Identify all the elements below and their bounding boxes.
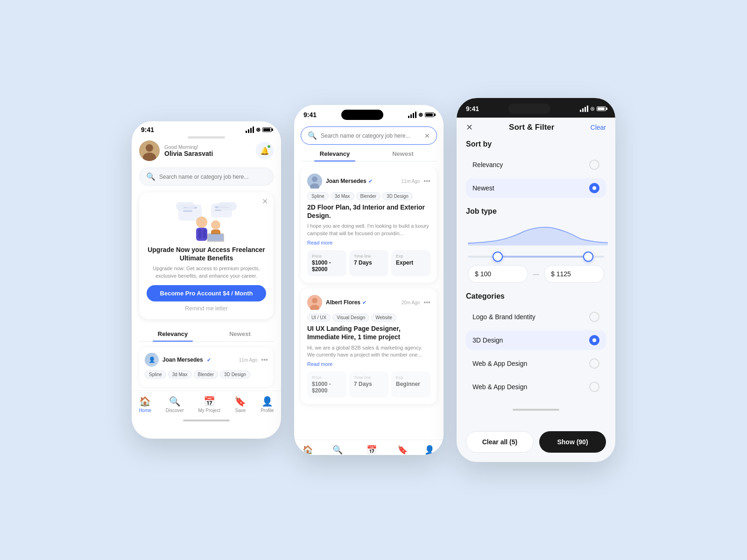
sort-relevancy-option[interactable]: Relevancy <box>466 155 606 175</box>
stat-exp-1: Exp Expert <box>391 250 430 276</box>
job-type-title: Job type <box>466 207 606 216</box>
job-type-section: Job type $ 100 <box>466 207 606 283</box>
battery-icon-2 <box>425 112 434 117</box>
p3-header: ✕ Sort & Filter Clear <box>466 118 606 140</box>
avatar-image <box>139 140 160 161</box>
tag-spline: Spline <box>145 371 166 378</box>
stat-price-1: Price $1000 - $2000 <box>307 250 346 276</box>
slider-handle-right[interactable] <box>583 252 593 262</box>
notification-button[interactable]: 🔔 <box>256 142 274 160</box>
search-icon: 🔍 <box>146 172 155 181</box>
search-bar-1[interactable]: 🔍 <box>139 168 274 186</box>
p3-content: ✕ Sort & Filter Clear Sort by Relevancy … <box>457 118 615 406</box>
wifi-icon-2: ⊛ <box>418 112 423 118</box>
range-slider[interactable]: $ 100 — $ 1125 <box>466 222 606 283</box>
range-min-input[interactable]: $ 100 <box>468 265 528 283</box>
job-title-2: UI UX Landing Page Designer, Immediate H… <box>307 324 430 341</box>
cat-webapp2[interactable]: Web & App Design <box>466 377 606 397</box>
job-username: Joan Mersedes <box>162 357 203 363</box>
p1-header: Good Morning! Olivia Sarasvati 🔔 <box>139 140 274 161</box>
range-max-input[interactable]: $ 1125 <box>544 265 604 283</box>
tab-newest-2[interactable]: Newest <box>369 147 437 161</box>
cat-logo-radio <box>589 312 599 322</box>
slider-track <box>468 256 604 258</box>
discover-icon: 🔍 <box>169 396 181 407</box>
tag-3dmax: 3d Max <box>168 371 192 378</box>
status-time-3: 9:41 <box>466 105 479 112</box>
status-bar-2: 9:41 ⊛ <box>294 105 444 123</box>
svg-point-9 <box>196 217 207 228</box>
search-input-1[interactable] <box>159 174 267 180</box>
job-stats-2: Price $1000 - $2000 Time line 7 Days Exp… <box>307 371 430 398</box>
upgrade-button[interactable]: Become Pro Account $4 / Month <box>147 285 266 301</box>
sort-newest-radio <box>589 183 599 193</box>
more-1[interactable]: ••• <box>423 177 430 185</box>
svg-rect-5 <box>183 210 192 212</box>
clear-filter-button[interactable]: Clear <box>591 124 606 131</box>
signal-icon <box>246 126 254 133</box>
bookmark-icon-2: 🔖 <box>397 445 408 455</box>
cat-webapp2-label: Web & App Design <box>472 383 527 391</box>
clear-search-button[interactable]: ✕ <box>424 132 430 140</box>
tag-2-visual: Visual Design <box>332 314 369 322</box>
search-icon-2: 🔍 <box>308 131 317 140</box>
discover-icon-2: 🔍 <box>332 445 343 455</box>
nav2-myproject[interactable]: 📅 My Project <box>362 445 382 455</box>
cat-webapp1[interactable]: Web & App Design <box>466 354 606 373</box>
search-bar-2[interactable]: 🔍 ✕ <box>301 126 437 145</box>
battery-icon-3 <box>597 106 606 111</box>
close-icon[interactable]: ✕ <box>262 197 268 206</box>
nav2-profile[interactable]: 👤 Profile <box>423 445 436 455</box>
nav2-save[interactable]: 🔖 Save <box>397 445 408 455</box>
nav-save-label: Save <box>235 408 246 413</box>
tag-1-3ddesign: 3D Design <box>382 192 413 200</box>
job-desc-2: Hi, we are a global B2B sales & marketin… <box>307 344 430 359</box>
read-more-1[interactable]: Read more <box>307 240 430 245</box>
cat-3ddesign-label: 3D Design <box>472 336 503 344</box>
more-2[interactable]: ••• <box>423 299 430 306</box>
cat-logo-label: Logo & Brand Identity <box>472 313 536 321</box>
clear-all-button[interactable]: Clear all (5) <box>466 431 534 453</box>
dynamic-island <box>341 110 383 120</box>
nav2-discover[interactable]: 🔍 Discover <box>329 445 345 455</box>
tag-3ddesign: 3D Design <box>220 371 250 378</box>
nav-discover[interactable]: 🔍 Discover <box>166 396 184 413</box>
cat-3ddesign[interactable]: 3D Design <box>466 330 606 350</box>
status-bar-1: 9:41 ⊛ <box>132 121 281 136</box>
show-results-button[interactable]: Show (90) <box>539 431 606 453</box>
nav-profile[interactable]: 👤 Profile <box>261 396 274 413</box>
range-inputs: $ 100 — $ 1125 <box>468 265 604 283</box>
cat-logo-brand[interactable]: Logo & Brand Identity <box>466 307 606 327</box>
user-name: Olivia Sarasvati <box>164 150 213 157</box>
cat-3ddesign-radio <box>589 335 599 345</box>
read-more-2[interactable]: Read more <box>307 361 430 367</box>
nav-myproject[interactable]: 📅 My Project <box>198 396 220 413</box>
nav2-home[interactable]: 🏠 Home <box>302 445 313 455</box>
search-input-2[interactable] <box>321 133 421 139</box>
jc-avatar-2 <box>307 295 322 310</box>
verified-1: ✔ <box>368 178 373 184</box>
job-card-mini: 👤 Joan Mersedes ✔ 11m Ago ••• Spline 3d … <box>139 347 274 387</box>
remind-button[interactable]: Remind me letter <box>147 305 266 312</box>
nav-save[interactable]: 🔖 Save <box>234 396 246 413</box>
tab-relevancy-2[interactable]: Relevancy <box>301 147 369 161</box>
calendar-icon-2: 📅 <box>366 445 377 455</box>
jc-name-1: Joan Mersedes <box>326 178 366 184</box>
tab-relevancy-1[interactable]: Relevancy <box>139 327 206 341</box>
job-card-2: Albert Flores ✔ 20m Ago ••• UI / UX V <box>301 288 437 404</box>
avatar <box>139 140 160 161</box>
sort-newest-option[interactable]: Newest <box>466 178 606 198</box>
sort-relevancy-label: Relevancy <box>472 161 503 168</box>
tab-newest-1[interactable]: Newest <box>206 327 274 341</box>
slider-handle-left[interactable] <box>493 252 503 262</box>
curve-chart <box>468 222 608 245</box>
job-desc-1: I hope you are doing well. I'm looking t… <box>307 223 430 237</box>
close-filter-button[interactable]: ✕ <box>466 122 473 133</box>
tag-blender: Blender <box>194 371 218 378</box>
nav-home[interactable]: 🏠 Home <box>139 396 151 413</box>
status-icons-3: ⊛ <box>580 105 606 112</box>
status-bar-3: 9:41 ⊛ <box>457 98 615 118</box>
status-icons-2: ⊛ <box>408 112 434 118</box>
more-options[interactable]: ••• <box>261 356 268 364</box>
cat-webapp2-radio <box>589 382 599 392</box>
